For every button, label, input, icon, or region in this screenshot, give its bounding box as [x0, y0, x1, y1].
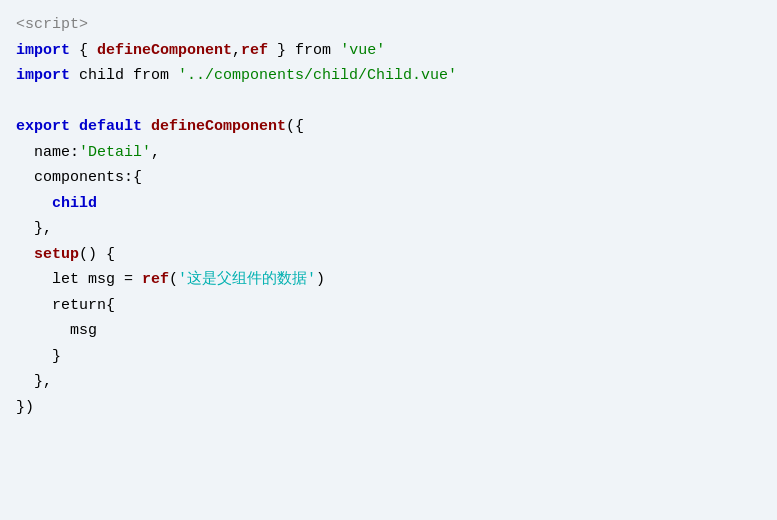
code-line: export default defineComponent({	[16, 114, 761, 140]
code-line: }	[16, 344, 761, 370]
code-line: components:{	[16, 165, 761, 191]
code-line: return{	[16, 293, 761, 319]
code-line: import child from '../components/child/C…	[16, 63, 761, 89]
code-line: <script>	[16, 12, 761, 38]
code-line: let msg = ref('这是父组件的数据')	[16, 267, 761, 293]
code-line: child	[16, 191, 761, 217]
code-line: })	[16, 395, 761, 421]
code-line: },	[16, 216, 761, 242]
code-line: },	[16, 369, 761, 395]
code-line: import { defineComponent,ref } from 'vue…	[16, 38, 761, 64]
code-line: name:'Detail',	[16, 140, 761, 166]
code-line	[16, 89, 761, 115]
code-editor: <script>import { defineComponent,ref } f…	[0, 0, 777, 520]
code-line: setup() {	[16, 242, 761, 268]
code-line: msg	[16, 318, 761, 344]
